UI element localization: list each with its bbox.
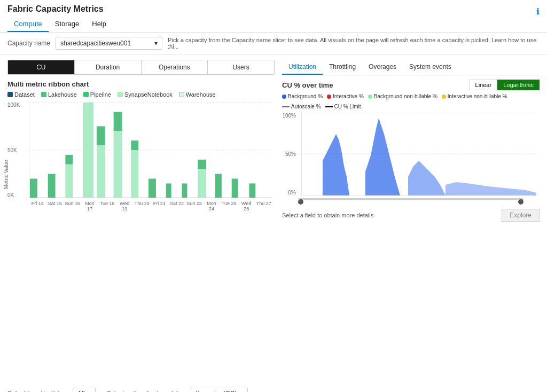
cu-y-labels: 100% 50% 0% — [282, 113, 298, 195]
legend-label-warehouse: Warehouse — [186, 91, 216, 98]
legend-label-dataset: Dataset — [14, 91, 35, 98]
x-label-sun23: Sun 23 — [185, 201, 203, 211]
info-icon[interactable]: ℹ — [536, 6, 540, 17]
right-panel: Utilization Throttling Overages System e… — [282, 60, 540, 382]
x-label-tue25: Tue 25 — [220, 201, 238, 211]
cu-legend-autoscale: Autoscale % — [282, 104, 321, 109]
cu-legend-bg-nonbillable: Background non-billable % — [368, 93, 437, 99]
scale-buttons: Linear Logarithmic — [470, 80, 540, 90]
slider-right-thumb[interactable] — [518, 199, 523, 205]
nav-compute[interactable]: Compute — [7, 17, 49, 32]
cu-chart-with-yaxis: 100% 50% 0% — [282, 113, 540, 195]
x-label-sat15: Sat 15 — [46, 201, 64, 211]
cu-legend-label-limit: CU % Limit — [334, 104, 361, 109]
tab-users[interactable]: Users — [208, 60, 274, 74]
cu-dot-interactive — [327, 95, 331, 99]
legend-label-pipeline: Pipeline — [90, 91, 111, 98]
right-tab-overages[interactable]: Overages — [362, 60, 403, 75]
slider-left-thumb[interactable] — [298, 199, 303, 205]
capacity-select[interactable]: sharedcapacitiesweu001 ▾ — [56, 37, 162, 50]
bar-chart-wrapper: 100K 50K 0K Metric Value — [29, 102, 272, 211]
nav-help[interactable]: Help — [85, 17, 113, 32]
right-tab-system-events[interactable]: System events — [403, 60, 458, 75]
left-tab-bar: CU Duration Operations Users — [7, 60, 275, 75]
svg-rect-13 — [131, 150, 138, 198]
svg-rect-22 — [249, 183, 255, 198]
filter-item-kind-select[interactable]: All ▾ — [73, 388, 96, 392]
cu-dot-bg-nonbillable — [368, 95, 372, 99]
explore-button[interactable]: Explore — [502, 209, 540, 222]
x-label-thu27: Thu 27 — [255, 201, 273, 211]
legend-pipeline: Pipeline — [83, 91, 111, 98]
svg-rect-20 — [215, 174, 222, 198]
legend-dot-lakehouse — [41, 92, 46, 97]
x-axis-labels: Fri 14 Sat 15 Sun 16 Mon17 Tue 18 Wed19 … — [29, 201, 272, 211]
cu-legend-limit: CU % Limit — [325, 104, 361, 109]
capacity-hint: Pick a capacity from the Capacity name s… — [168, 37, 540, 50]
right-tab-utilization[interactable]: Utilization — [282, 60, 323, 75]
cu-title: CU % over time — [282, 81, 333, 89]
cu-y-100: 100% — [282, 113, 296, 119]
nav-storage[interactable]: Storage — [49, 17, 86, 32]
legend-warehouse: Warehouse — [179, 91, 216, 98]
legend-dataset: Dataset — [7, 91, 35, 98]
filter-optional-col-select[interactable]: Item size (GB) ▾ — [191, 388, 248, 392]
right-tab-bar: Utilization Throttling Overages System e… — [282, 60, 540, 75]
svg-rect-9 — [97, 145, 105, 198]
x-label-fri14: Fri 14 — [29, 201, 46, 211]
chart-title: Multi metric ribbon chart — [7, 80, 275, 88]
cu-y-0: 0% — [282, 190, 296, 195]
filter-row: Select item kind(s): All ▾ Select option… — [7, 388, 540, 392]
scale-btn-logarithmic[interactable]: Logarithmic — [497, 80, 540, 90]
cu-dot-background — [282, 95, 286, 99]
cu-line-autoscale — [282, 106, 290, 107]
legend-label-synapsenotebook: SynapseNotebook — [124, 91, 173, 98]
legend-dot-synapsenotebook — [118, 92, 123, 97]
svg-marker-28 — [365, 118, 400, 195]
y-axis-title: Metric Value — [3, 160, 9, 189]
x-label-wed19: Wed19 — [116, 201, 134, 211]
cu-over-time-header: CU % over time Linear Logarithmic — [282, 80, 540, 90]
tab-operations[interactable]: Operations — [142, 60, 208, 74]
svg-rect-7 — [65, 155, 73, 164]
svg-rect-10 — [97, 126, 105, 145]
app-header: Fabric Capacity Metrics ℹ Compute Storag… — [0, 0, 547, 33]
left-panel: CU Duration Operations Users Multi metri… — [7, 60, 275, 382]
scale-btn-linear[interactable]: Linear — [470, 80, 498, 90]
legend-lakehouse: Lakehouse — [41, 91, 77, 98]
legend-dot-dataset — [7, 92, 13, 97]
x-label-mon24: Mon24 — [203, 201, 221, 211]
range-slider[interactable] — [298, 198, 523, 206]
x-label-sat22: Sat 22 — [168, 201, 186, 211]
y-label-50k: 50K — [7, 147, 20, 153]
legend-label-lakehouse: Lakehouse — [48, 91, 77, 98]
y-axis-labels: 100K 50K 0K — [7, 102, 20, 198]
x-label-tue18: Tue 18 — [98, 201, 116, 211]
tab-duration[interactable]: Duration — [75, 60, 142, 74]
svg-marker-27 — [323, 134, 349, 195]
cu-chart-container: 100% 50% 0% — [282, 113, 540, 206]
x-label-fri21: Fri 21 — [151, 201, 168, 211]
svg-rect-4 — [30, 179, 37, 198]
capacity-label: Capacity name — [7, 40, 50, 47]
right-tab-throttling[interactable]: Throttling — [323, 60, 362, 75]
slider-track — [298, 198, 523, 200]
app-nav: Compute Storage Help — [7, 17, 540, 32]
svg-rect-11 — [114, 131, 122, 198]
app-title: Fabric Capacity Metrics — [7, 4, 104, 14]
svg-marker-30 — [446, 182, 536, 195]
select-field-text: Select a field to obtain more details — [282, 212, 373, 218]
cu-legend-interactive: Interactive % — [327, 93, 364, 99]
svg-rect-6 — [65, 164, 73, 198]
cu-y-50: 50% — [282, 151, 296, 157]
x-label-thu20: Thu 20 — [133, 201, 151, 211]
cu-legend-label-autoscale: Autoscale % — [291, 104, 321, 109]
cu-line-limit — [325, 106, 333, 107]
filter-optional-col-label: Select optional column(s): — [106, 390, 180, 392]
bottom-section: Select item kind(s): All ▾ Select option… — [0, 388, 547, 392]
tab-cu[interactable]: CU — [8, 60, 75, 74]
svg-marker-29 — [408, 161, 446, 195]
svg-rect-16 — [166, 183, 171, 198]
svg-rect-21 — [232, 179, 238, 198]
cu-legend-background: Background % — [282, 93, 323, 99]
